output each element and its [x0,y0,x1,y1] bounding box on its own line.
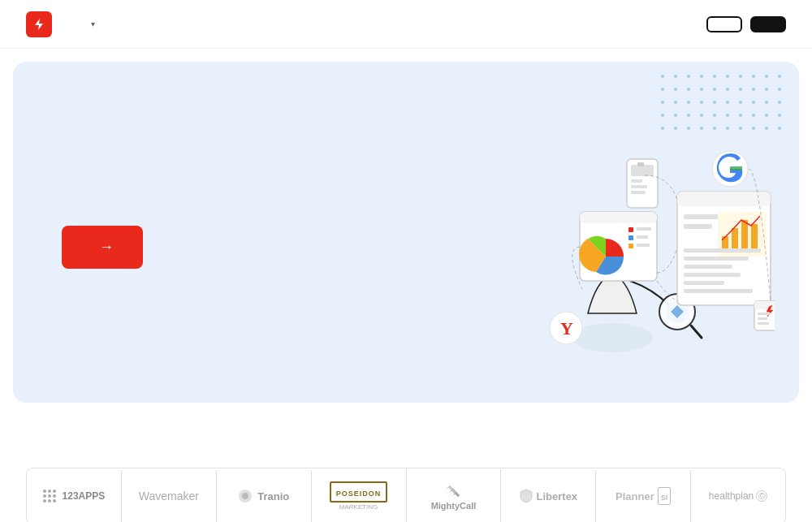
svg-rect-18 [684,257,749,261]
svg-rect-20 [684,273,741,277]
planner-content: Planner SI [615,487,671,505]
svg-rect-9 [677,192,771,206]
planner-badge-text: SI [661,494,668,502]
svg-point-48 [242,493,248,499]
logo-planner: Planner SI [596,470,691,522]
svg-marker-0 [35,19,43,30]
svg-rect-11 [684,224,712,229]
logo-icon [26,11,52,37]
svg-line-6 [691,326,702,338]
123apps-logo: 123APPS [43,490,106,503]
healthplan-copyright-icon: © [756,490,767,502]
svg-rect-36 [631,191,646,194]
svg-rect-42 [758,322,769,325]
healthplan-label: healthplan [709,490,754,502]
svg-rect-34 [631,179,642,183]
nav-links: ▾ [88,19,706,28]
try-for-free-button[interactable]: → [62,226,143,269]
poseidon-label: POSEIDON [336,490,382,498]
libertex-label: Libertex [537,490,578,503]
svg-rect-30 [637,235,648,239]
mightycall-icon [443,482,463,498]
hero-section: const dp = document.querySelector('.dot-… [13,62,799,403]
poseidon-content: POSEIDON MARKETING [330,481,388,511]
svg-rect-40 [758,313,771,315]
libertex-content: Libertex [520,489,578,503]
svg-rect-27 [628,235,633,240]
tranio-content: Tranio [238,489,289,503]
planner-label: Planner [615,490,654,503]
trusted-section: 123APPS Wavemaker Tranio POSEIDON MARKET… [0,416,812,522]
logo-healthplan: healthplan © [691,470,785,522]
tranio-label: Tranio [257,490,289,503]
hero-cta-row: → [62,226,159,269]
trusted-logos: 123APPS Wavemaker Tranio POSEIDON MARKET… [26,468,786,522]
hero-content: → [62,196,159,269]
svg-rect-17 [684,248,761,252]
svg-rect-21 [684,281,724,285]
signup-button[interactable] [750,16,786,32]
svg-rect-24 [580,212,657,223]
svg-rect-16 [751,224,758,252]
svg-rect-19 [684,265,732,269]
svg-rect-15 [741,220,748,252]
navbar: ▾ [0,0,812,49]
arrow-right-icon: → [99,239,114,256]
login-button[interactable] [706,16,742,32]
wavemaker-text: Wavemaker [139,489,199,503]
logo-libertex: Libertex [501,470,596,522]
svg-text:Y: Y [560,318,573,339]
libertex-shield-icon [520,489,533,503]
dot-grid-icon [43,490,56,503]
svg-rect-28 [628,244,633,248]
mightycall-content: MightyCall [431,482,477,511]
mightycall-label: MightyCall [431,501,477,511]
svg-rect-39 [754,301,775,309]
logo[interactable] [26,11,58,37]
logo-poseidon: POSEIDON MARKETING [312,468,407,522]
nav-tools[interactable]: ▾ [88,19,95,28]
poseidon-sub: MARKETING [339,503,378,511]
logo-mightycall: MightyCall [407,469,502,523]
svg-rect-31 [637,244,650,247]
svg-rect-44 [730,166,742,170]
svg-rect-33 [631,165,654,176]
nav-actions [706,16,786,32]
hero-illustration: Y [417,86,775,378]
poseidon-badge: POSEIDON [330,481,388,503]
planner-badge: SI [658,487,672,505]
svg-rect-22 [684,289,753,293]
svg-rect-29 [637,227,651,231]
logo-wavemaker: Wavemaker [122,470,217,522]
svg-rect-41 [758,317,767,320]
logo-tranio: Tranio [217,470,312,522]
svg-rect-26 [628,227,633,232]
chevron-down-icon: ▾ [91,19,95,28]
healthplan-content: healthplan © [709,490,767,502]
svg-rect-35 [631,185,647,188]
tranio-circle-icon [238,489,253,503]
svg-point-1 [572,323,653,352]
logo-123apps: 123APPS [27,470,122,522]
svg-rect-37 [637,162,644,166]
